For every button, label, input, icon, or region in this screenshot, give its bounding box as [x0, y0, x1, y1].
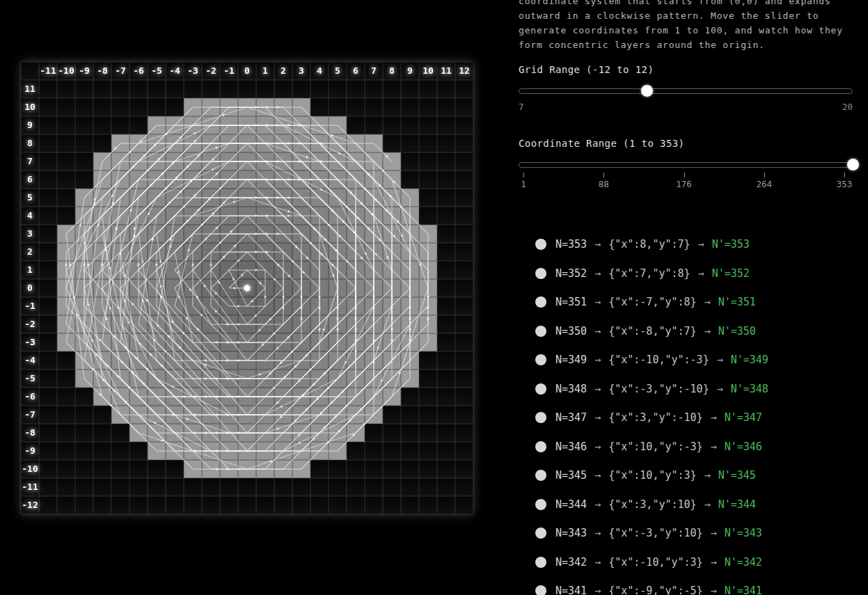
arrow-right-icon: →: [594, 585, 601, 595]
coord-result-value: N'=347: [725, 411, 762, 424]
coordinate-row: N=342 → {"x":-10,"y":3} → N'=342: [535, 556, 854, 569]
coord-n-value: N=350: [555, 325, 587, 338]
coord-n-value: N=352: [555, 267, 587, 280]
coordinate-row: N=345 → {"x":10,"y":3} → N'=345: [535, 469, 854, 482]
bullet-circle-icon: [535, 326, 546, 337]
spiral-coordinate-app: coordinate system that starts from (0,0)…: [0, 0, 868, 595]
arrow-right-icon: →: [717, 383, 723, 395]
arrow-right-icon: →: [704, 469, 711, 482]
coordinate-range-slider-track[interactable]: [519, 162, 853, 168]
coord-json-value: {"x":8,"y":7}: [608, 238, 690, 251]
bullet-circle-icon: [535, 441, 546, 452]
coordinate-row: N=348 → {"x":-3,"y":-10} → N'=348: [535, 383, 854, 395]
arrow-right-icon: →: [594, 383, 601, 395]
coord-result-value: N'=345: [718, 469, 756, 482]
arrow-right-icon: →: [711, 585, 717, 595]
tick-mark: [523, 173, 524, 177]
bullet-circle-icon: [535, 383, 546, 395]
coord-json-value: {"x":10,"y":3}: [608, 469, 696, 482]
coordinate-row: N=349 → {"x":-10,"y":-3} → N'=349: [535, 354, 854, 366]
arrow-right-icon: →: [711, 441, 717, 453]
coord-json-value: {"x":-8,"y":7}: [608, 325, 696, 338]
coordinate-row: N=346 → {"x":10,"y":-3} → N'=346: [535, 441, 854, 453]
coord-n-value: N=343: [555, 527, 587, 539]
description-line: coordinate system that starts from (0,0)…: [519, 0, 843, 8]
spiral-grid-canvas: [21, 62, 473, 514]
coord-result-value: N'=346: [725, 441, 762, 453]
coord-n-value: N=353: [555, 238, 587, 251]
coord-json-value: {"x":-3,"y":-10}: [608, 383, 709, 395]
coordinate-range-label: Coordinate Range (1 to 353): [519, 138, 684, 149]
arrow-right-icon: →: [594, 441, 601, 453]
tick-mark: [603, 173, 604, 177]
arrow-right-icon: →: [704, 498, 711, 511]
arrow-right-icon: →: [594, 411, 601, 424]
arrow-right-icon: →: [594, 556, 601, 569]
coord-json-value: {"x":-3,"y":10}: [608, 527, 702, 539]
grid-range-slider-thumb[interactable]: [641, 85, 653, 97]
coordinate-range-slider[interactable]: [519, 159, 853, 171]
grid-range-label: Grid Range (-12 to 12): [519, 64, 654, 75]
coord-n-value: N=342: [555, 556, 587, 569]
arrow-right-icon: →: [704, 325, 711, 338]
arrow-right-icon: →: [594, 354, 601, 366]
coord-json-value: {"x":-10,"y":-3}: [608, 354, 709, 366]
grid-range-slider-track[interactable]: [519, 88, 853, 94]
bullet-circle-icon: [535, 557, 546, 568]
coord-n-value: N=346: [555, 441, 587, 453]
arrow-right-icon: →: [594, 267, 601, 280]
bullet-circle-icon: [535, 527, 546, 539]
arrow-right-icon: →: [711, 556, 717, 569]
coord-n-value: N=351: [555, 296, 587, 308]
control-panel: coordinate system that starts from (0,0)…: [519, 0, 854, 595]
coord-result-value: N'=341: [725, 585, 762, 595]
arrow-right-icon: →: [594, 296, 601, 308]
coord-json-value: {"x":-10,"y":3}: [608, 556, 702, 569]
description-line: outward in a clockwise pattern. Move the…: [519, 8, 843, 23]
bullet-circle-icon: [535, 239, 546, 250]
coord-result-value: N'=342: [725, 556, 762, 569]
coordinate-range-ticks: 188176264353: [523, 173, 844, 191]
tick-label: 176: [676, 179, 692, 189]
coord-json-value: {"x":3,"y":-10}: [608, 411, 702, 424]
arrow-right-icon: →: [711, 411, 717, 424]
coordinate-row: N=350 → {"x":-8,"y":7} → N'=350: [535, 325, 854, 338]
description-text: coordinate system that starts from (0,0)…: [519, 0, 843, 52]
arrow-right-icon: →: [704, 296, 711, 308]
coord-result-value: N'=353: [712, 238, 750, 251]
coord-result-value: N'=352: [712, 267, 750, 280]
coord-n-value: N=344: [555, 498, 587, 511]
coordinate-row: N=353 → {"x":8,"y":7} → N'=353: [535, 238, 854, 251]
arrow-right-icon: →: [594, 527, 601, 539]
coordinate-range-slider-thumb[interactable]: [847, 159, 859, 170]
tick-label: 88: [599, 179, 609, 189]
coord-json-value: {"x":3,"y":10}: [608, 498, 696, 511]
bullet-circle-icon: [535, 470, 546, 481]
tick-mark: [844, 173, 845, 177]
coordinate-row: N=341 → {"x":-9,"y":-5} → N'=341: [535, 585, 854, 595]
arrow-right-icon: →: [717, 354, 723, 366]
arrow-right-icon: →: [594, 325, 601, 338]
tick-label: 353: [837, 179, 853, 189]
coord-json-value: {"x":-7,"y":8}: [608, 296, 696, 308]
coord-result-value: N'=351: [718, 296, 756, 308]
grid-range-max-label: 20: [842, 102, 853, 112]
coordinate-row: N=347 → {"x":3,"y":-10} → N'=347: [535, 411, 854, 424]
coordinate-row: N=351 → {"x":-7,"y":8} → N'=351: [535, 296, 854, 308]
description-line: generate coordinates from 1 to 100, and …: [519, 23, 843, 38]
coord-result-value: N'=343: [725, 527, 762, 539]
coord-json-value: {"x":10,"y":-3}: [608, 441, 702, 453]
arrow-right-icon: →: [698, 238, 704, 251]
arrow-right-icon: →: [711, 527, 717, 539]
coord-n-value: N=341: [555, 585, 587, 595]
coord-result-value: N'=350: [718, 325, 756, 338]
coord-n-value: N=348: [555, 383, 587, 395]
description-line: form concentric layers around the origin…: [519, 38, 843, 52]
grid-range-min-label: 7: [519, 102, 524, 112]
bullet-circle-icon: [535, 412, 546, 423]
bullet-circle-icon: [535, 268, 546, 279]
grid-range-slider[interactable]: [519, 85, 853, 97]
coord-n-value: N=349: [555, 354, 587, 366]
bullet-circle-icon: [535, 296, 546, 308]
coordinate-list: N=353 → {"x":8,"y":7} → N'=353 N=352 → {…: [535, 238, 854, 595]
